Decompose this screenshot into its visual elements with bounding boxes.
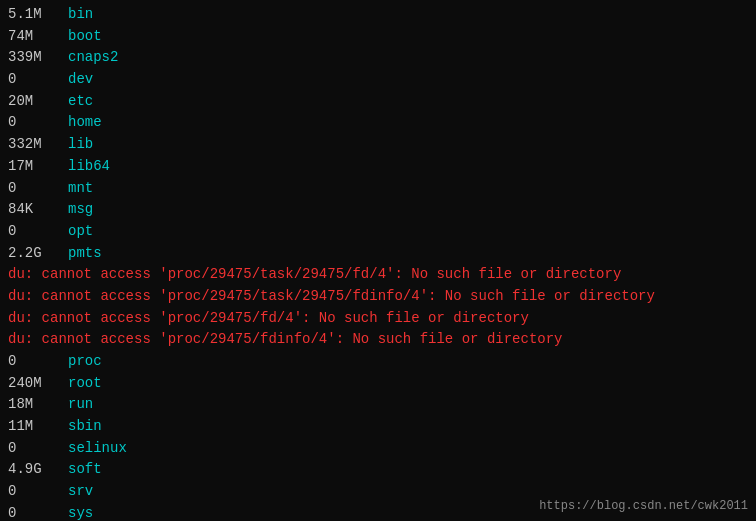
list-item: 0 opt	[8, 221, 748, 243]
list-item: 11M sbin	[8, 416, 748, 438]
list-item: 0 dev	[8, 69, 748, 91]
list-item: 332M lib	[8, 134, 748, 156]
list-item: 84K msg	[8, 199, 748, 221]
list-item: 0 selinux	[8, 438, 748, 460]
list-item: 2.2G pmts	[8, 243, 748, 265]
error-line: du: cannot access 'proc/29475/fd/4': No …	[8, 308, 748, 330]
list-item: 0 mnt	[8, 178, 748, 200]
list-item: 339M cnaps2	[8, 47, 748, 69]
list-item: 4.9G soft	[8, 459, 748, 481]
list-item: 5.1M bin	[8, 4, 748, 26]
list-item: 17M lib64	[8, 156, 748, 178]
error-line: du: cannot access 'proc/29475/fdinfo/4':…	[8, 329, 748, 351]
list-item: 20M etc	[8, 91, 748, 113]
list-item: 0 proc	[8, 351, 748, 373]
list-item: 0 home	[8, 112, 748, 134]
terminal: 5.1M bin 74M boot 339M cnaps2 0 dev 20M …	[0, 0, 756, 521]
watermark: https://blog.csdn.net/cwk2011	[539, 499, 748, 513]
list-item: 240M root	[8, 373, 748, 395]
list-item: 18M run	[8, 394, 748, 416]
error-line: du: cannot access 'proc/29475/task/29475…	[8, 286, 748, 308]
error-line: du: cannot access 'proc/29475/task/29475…	[8, 264, 748, 286]
list-item: 74M boot	[8, 26, 748, 48]
